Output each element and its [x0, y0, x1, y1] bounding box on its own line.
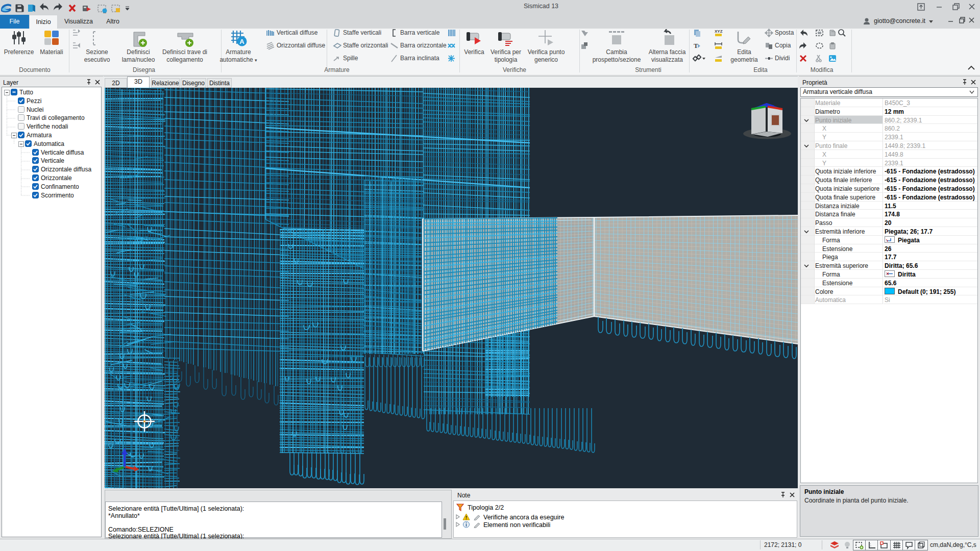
svg-text:T: T	[694, 42, 698, 49]
svg-text:giotto@concrete.it: giotto@concrete.it	[874, 17, 925, 24]
svg-text:A: A	[239, 38, 244, 45]
svg-text:XYZ: XYZ	[715, 29, 723, 34]
